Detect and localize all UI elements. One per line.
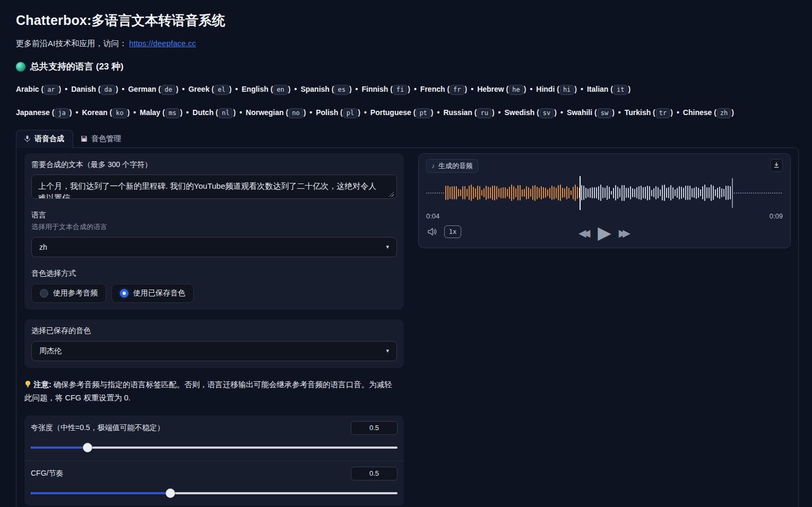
chevron-down-icon: ▾: [386, 243, 389, 250]
playhead-cursor[interactable]: [580, 176, 581, 210]
voice-mode-radio-group: 使用参考音频 使用已保存音色: [31, 284, 397, 303]
audio-label-chip: ♪ 生成的音频: [426, 159, 478, 173]
language-code-badge: hi: [560, 85, 574, 95]
tab-bar: 语音合成 音色管理: [16, 130, 799, 148]
download-button[interactable]: [770, 159, 783, 172]
language-item: French (fr): [420, 85, 467, 93]
floppy-disk-icon: [81, 135, 88, 142]
language-code-badge: ru: [477, 108, 491, 118]
language-item: Chinese (zh): [683, 108, 734, 117]
language-select-value: zh: [39, 243, 47, 251]
fast-forward-button[interactable]: ▶▶: [619, 228, 630, 238]
language-list-row2: Japanese (ja)•Korean (ko)•Malay (ms)•Dut…: [16, 107, 799, 119]
microphone-icon: [24, 135, 31, 143]
slider-value-input[interactable]: 0.5: [351, 467, 398, 480]
language-item: Hindi (hi): [536, 85, 577, 93]
audio-label: 生成的音频: [438, 161, 473, 171]
subtitle-text: 更多前沿AI技术和应用，访问：: [16, 39, 129, 48]
language-item: Danish (da): [71, 85, 118, 93]
lightbulb-icon: [24, 380, 31, 392]
playback-controls: 1x ◀◀ ▶ ▶▶: [426, 223, 783, 243]
language-code-badge: zh: [717, 108, 731, 118]
slider-track[interactable]: [31, 488, 398, 498]
language-code-badge: pt: [416, 108, 430, 118]
language-item: Italian (it): [587, 85, 630, 93]
language-code-badge: tr: [656, 108, 670, 118]
language-list-row1: Arabic (ar)•Danish (da)•German (de)•Gree…: [16, 83, 799, 96]
language-item: Portuguese (pt): [370, 108, 434, 117]
language-item: German (de): [128, 85, 178, 93]
globe-icon: [16, 62, 25, 72]
language-code-badge: nl: [219, 108, 232, 118]
rewind-button[interactable]: ◀◀: [578, 228, 590, 238]
language-item: Hebrew (he): [477, 85, 526, 93]
slider-row-exaggeration: 夸张度（中性=0.5，极端值可能不稳定） 0.5: [24, 415, 404, 460]
language-code-badge: fi: [393, 85, 407, 95]
chevron-down-icon: ▾: [386, 347, 389, 354]
language-code-badge: ja: [55, 108, 68, 118]
external-link[interactable]: https://deepface.cc: [129, 39, 196, 48]
language-code-badge: he: [509, 85, 523, 95]
language-select-hint: 选择用于文本合成的语言: [31, 222, 397, 232]
language-item: Spanish (es): [300, 85, 351, 93]
slider-label: CFG/节奏: [31, 469, 63, 478]
tab-speech-synthesis[interactable]: 语音合成: [16, 130, 73, 148]
language-item: Turkish (tr): [625, 108, 673, 117]
language-item: Malay (ms): [140, 108, 183, 117]
language-code-badge: de: [161, 85, 175, 95]
output-column: ♪ 生成的音频 0:04: [418, 153, 791, 507]
form-column: 需要合成的文本（最多 300 个字符） 上个月，我们达到了一个新的里程碑. 我们…: [24, 153, 404, 507]
language-item: Korean (ko): [82, 108, 129, 117]
tts-text-input[interactable]: 上个月，我们达到了一个新的里程碑. 我们的YouTube频道观看次数达到了二十亿…: [31, 174, 397, 199]
text-input-block: 需要合成的文本（最多 300 个字符） 上个月，我们达到了一个新的里程碑. 我们…: [31, 160, 397, 201]
download-icon: [773, 161, 780, 170]
language-item: Swedish (sv): [504, 108, 556, 117]
subtitle: 更多前沿AI技术和应用，访问： https://deepface.cc: [16, 39, 799, 49]
audio-player: ♪ 生成的音频 0:04: [418, 153, 791, 248]
language-code-badge: no: [289, 108, 303, 118]
slider-handle[interactable]: [166, 488, 175, 498]
app-root: Chatterbox:多语言文本转语音系统 更多前沿AI技术和应用，访问： ht…: [0, 0, 812, 507]
language-code-badge: es: [334, 85, 348, 95]
language-select[interactable]: zh ▾: [31, 237, 397, 257]
language-code-badge: ko: [113, 108, 126, 118]
radio-button-icon: [40, 289, 48, 298]
saved-voice-label: 选择已保存的音色: [31, 326, 397, 336]
language-select-label: 语言: [31, 211, 397, 220]
saved-voice-select[interactable]: 周杰伦 ▾: [31, 341, 397, 361]
languages-heading-label: 总共支持的语言 (23 种): [30, 60, 124, 73]
tab-voice-management[interactable]: 音色管理: [73, 130, 129, 148]
page-title: Chatterbox:多语言文本转语音系统: [16, 12, 799, 29]
saved-voice-group: 选择已保存的音色 周杰伦 ▾: [24, 319, 404, 368]
note-bold: 注意:: [33, 380, 51, 389]
play-button[interactable]: ▶: [598, 224, 611, 241]
slider-value-input[interactable]: 0.5: [351, 421, 398, 435]
input-group: 需要合成的文本（最多 300 个字符） 上个月，我们达到了一个新的里程碑. 我们…: [24, 153, 404, 310]
language-item: Russian (ru): [443, 108, 494, 117]
slider-row-cfg: CFG/节奏 0.5: [24, 460, 404, 506]
slider-handle[interactable]: [83, 443, 92, 452]
language-item: Norwegian (no): [246, 108, 306, 117]
language-code-badge: ar: [44, 85, 58, 95]
resize-handle[interactable]: [389, 192, 394, 197]
note-text: 确保参考音频与指定的语言标签匹配。否则，语言迁移输出可能会继承参考音频的语言口音…: [24, 380, 392, 402]
radio-option-saved-voice[interactable]: 使用已保存音色: [111, 284, 194, 303]
text-input-label: 需要合成的文本（最多 300 个字符）: [31, 160, 397, 170]
language-code-badge: el: [214, 85, 228, 95]
voice-mode-block: 音色选择方式 使用参考音频 使用已保存音色: [31, 269, 397, 303]
total-time: 0:09: [770, 212, 783, 220]
radio-option-reference-audio[interactable]: 使用参考音频: [31, 284, 106, 303]
tab-voice-management-label: 音色管理: [91, 134, 121, 144]
language-item: English (en): [241, 85, 290, 93]
waveform[interactable]: [426, 175, 783, 211]
language-item: Greek (el): [188, 85, 231, 93]
music-note-icon: ♪: [431, 162, 435, 170]
languages-heading: 总共支持的语言 (23 种): [16, 60, 799, 73]
language-select-block: 语言 选择用于文本合成的语言 zh ▾: [31, 211, 397, 257]
language-code-badge: fr: [450, 85, 464, 95]
slider-track[interactable]: [31, 443, 398, 452]
sliders-group: 夸张度（中性=0.5，极端值可能不稳定） 0.5 CFG/节奏 0.5: [24, 415, 404, 506]
radio-button-icon: [120, 289, 128, 298]
language-code-badge: sv: [540, 108, 554, 118]
saved-voice-value: 周杰伦: [39, 346, 62, 356]
